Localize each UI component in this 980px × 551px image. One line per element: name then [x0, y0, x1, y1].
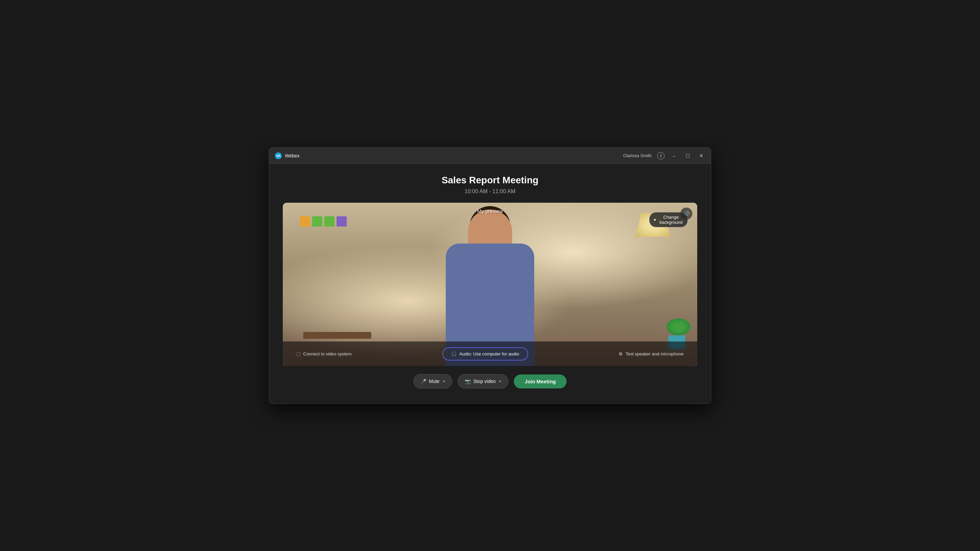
app-name-label: Webex — [285, 153, 299, 159]
connect-video-label: Connect to video system — [303, 351, 352, 356]
sticky-note-2 — [312, 216, 322, 227]
test-speaker-button[interactable]: ⚙ Test speaker and microphone — [614, 349, 688, 359]
webex-logo-icon — [275, 152, 282, 159]
preview-label: My preview — [477, 208, 503, 214]
mute-chevron-icon: ▾ — [443, 379, 445, 384]
title-bar-icons: ℹ – ☐ ✕ — [657, 152, 705, 160]
room-desk — [303, 332, 371, 339]
stop-video-button[interactable]: 📷 Stop video ▾ — [458, 374, 508, 388]
stop-video-label: Stop video — [473, 379, 496, 384]
test-speaker-label: Test speaker and microphone — [625, 351, 684, 356]
video-preview: My preview ✦ Change background 🔊 ⬚ Co — [283, 203, 697, 366]
stop-video-chevron-icon: ▾ — [499, 379, 501, 384]
sticky-board — [300, 216, 347, 227]
title-bar-left: Webex — [275, 152, 299, 159]
join-meeting-button[interactable]: Join Meeting — [514, 375, 567, 388]
settings-icon: ⚙ — [619, 351, 623, 356]
close-button[interactable]: ✕ — [697, 152, 705, 160]
camera-icon: 📷 — [465, 379, 471, 384]
user-name-label: Clarissa Smith — [623, 153, 652, 158]
sticky-note-1 — [300, 216, 310, 227]
sticky-note-4 — [337, 216, 347, 227]
maximize-button[interactable]: ☐ — [684, 152, 692, 160]
audio-label: Audio: Use computer for audio — [460, 351, 519, 356]
mic-icon: 🎤 — [421, 379, 426, 384]
mute-button[interactable]: 🎤 Mute ▾ — [414, 374, 452, 388]
title-bar-right: Clarissa Smith ℹ – ☐ ✕ — [623, 152, 705, 160]
top-right-controls: ✦ Change background 🔊 — [680, 208, 692, 220]
plant-leaves — [667, 318, 690, 335]
bottom-controls: 🎤 Mute ▾ 📷 Stop video ▾ Join Meeting — [283, 366, 697, 391]
main-content: Sales Report Meeting 10:00 AM - 11:00 AM — [269, 164, 711, 403]
minimize-button[interactable]: – — [670, 152, 678, 160]
title-bar: Webex Clarissa Smith ℹ – ☐ ✕ — [269, 148, 711, 164]
mute-label: Mute — [429, 379, 440, 384]
sticky-note-3 — [324, 216, 334, 227]
change-background-button[interactable]: ✦ Change background — [649, 212, 688, 227]
connect-video-system-button[interactable]: ⬚ Connect to video system — [292, 349, 356, 359]
video-preview-container: My preview ✦ Change background 🔊 ⬚ Co — [283, 203, 697, 366]
video-bottom-bar: ⬚ Connect to video system 🎧 Audio: Use c… — [283, 341, 697, 366]
meeting-time: 10:00 AM - 11:00 AM — [283, 189, 697, 195]
audio-icon: 🎧 — [451, 351, 457, 356]
change-bg-label: Change background — [659, 214, 682, 225]
change-bg-icon: ✦ — [653, 218, 657, 222]
meeting-title: Sales Report Meeting — [283, 175, 697, 186]
connect-icon: ⬚ — [296, 351, 301, 356]
info-icon[interactable]: ℹ — [657, 152, 665, 159]
audio-mode-button[interactable]: 🎧 Audio: Use computer for audio — [442, 347, 528, 360]
app-window: Webex Clarissa Smith ℹ – ☐ ✕ Sales Repor… — [269, 147, 711, 404]
